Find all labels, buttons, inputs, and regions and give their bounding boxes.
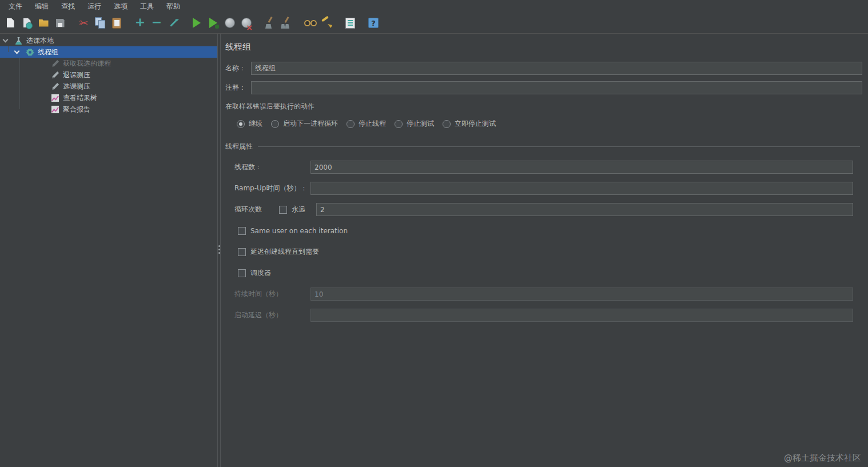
tree-item-listener[interactable]: 查看结果树	[0, 92, 217, 103]
section-divider	[258, 146, 860, 147]
delay-create-checkbox[interactable]	[238, 248, 246, 256]
radio-dot-icon	[271, 120, 279, 128]
function-helper-icon[interactable]	[343, 15, 357, 31]
tree-item-sampler[interactable]: 退课测压	[0, 69, 217, 81]
toolbar-group-function	[343, 15, 359, 31]
tree-item-label: 退课测压	[63, 70, 90, 80]
listener-chart-icon	[50, 105, 59, 114]
menu-edit[interactable]: 编辑	[29, 1, 55, 13]
clear-all-icon[interactable]	[279, 15, 294, 31]
tree-item-sampler-disabled[interactable]: 获取我选的课程	[0, 58, 217, 69]
name-input[interactable]	[251, 62, 862, 75]
tree-item-label: 获取我选的课程	[63, 59, 111, 69]
save-icon[interactable]	[53, 15, 67, 31]
duration-row: 持续时间（秒）	[234, 288, 853, 301]
toolbar-group-edit	[76, 15, 126, 31]
start-no-pauses-icon[interactable]	[206, 15, 221, 31]
radio-stop-test[interactable]: 停止测试	[395, 119, 434, 129]
rampup-input[interactable]	[310, 182, 853, 195]
radio-label: 立即停止测试	[455, 119, 496, 129]
name-label: 名称：	[225, 63, 251, 73]
shutdown-icon[interactable]	[239, 15, 254, 31]
comment-label: 注释：	[225, 83, 251, 93]
loop-count-label: 循环次数	[234, 205, 279, 214]
tree-item-test-plan[interactable]: 选课本地	[0, 35, 217, 46]
threads-label: 线程数：	[234, 162, 310, 172]
jmeter-window: 文件 编辑 查找 运行 选项 工具 帮助	[0, 0, 868, 467]
same-user-checkbox[interactable]	[238, 227, 246, 235]
menu-options[interactable]: 选项	[107, 1, 134, 13]
startup-delay-input[interactable]	[310, 309, 853, 322]
radio-label: 启动下一进程循环	[283, 119, 338, 129]
templates-icon[interactable]	[19, 15, 34, 31]
menu-bar: 文件 编辑 查找 运行 选项 工具 帮助	[0, 0, 868, 13]
toolbar-group-clear	[262, 15, 296, 31]
menu-file[interactable]: 文件	[2, 1, 29, 13]
tree-item-listener[interactable]: 聚合报告	[0, 103, 217, 115]
radio-label: 继续	[249, 119, 262, 129]
start-icon[interactable]	[189, 15, 204, 31]
scheduler-row: 调度器	[238, 266, 853, 280]
chevron-down-icon[interactable]	[3, 37, 9, 42]
radio-stop-test-now[interactable]: 立即停止测试	[443, 119, 496, 129]
thread-group-panel: 线程组 名称： 注释： 在取样器错误后要执行的动作 继续 启动下一进程循环	[221, 34, 868, 467]
name-row: 名称：	[225, 62, 862, 75]
tree-item-label: 查看结果树	[63, 93, 97, 103]
edit-icon[interactable]	[166, 15, 181, 31]
clear-icon[interactable]	[262, 15, 277, 31]
forever-label: 永远	[292, 205, 310, 214]
radio-label: 停止测试	[407, 119, 434, 129]
copy-icon[interactable]	[93, 15, 107, 31]
scheduler-label: 调度器	[250, 268, 271, 278]
forever-checkbox[interactable]	[279, 206, 287, 214]
comment-input[interactable]	[251, 81, 862, 94]
threads-input[interactable]	[310, 161, 853, 174]
listener-chart-icon	[50, 93, 59, 102]
radio-continue[interactable]: 继续	[237, 119, 262, 129]
main-split: 选课本地 线程组 获取我选的课程 退课测压	[0, 34, 868, 467]
loop-count-input[interactable]	[316, 203, 853, 216]
toolbar	[0, 13, 868, 34]
clear-search-icon[interactable]	[319, 15, 334, 31]
rampup-row: Ramp-Up时间（秒）：	[234, 182, 853, 195]
radio-stop-thread[interactable]: 停止线程	[347, 119, 386, 129]
menu-search[interactable]: 查找	[55, 1, 81, 13]
paste-icon[interactable]	[109, 15, 124, 31]
page-title: 线程组	[225, 42, 862, 53]
tree-guide-line	[19, 58, 20, 109]
search-icon[interactable]	[302, 15, 317, 31]
scheduler-checkbox[interactable]	[238, 269, 246, 277]
radio-start-next-loop[interactable]: 启动下一进程循环	[271, 119, 338, 129]
delay-create-label: 延迟创建线程直到需要	[250, 247, 319, 257]
delay-create-row: 延迟创建线程直到需要	[238, 245, 853, 258]
radio-label: 停止线程	[359, 119, 386, 129]
sampler-icon	[50, 70, 59, 79]
menu-run[interactable]: 运行	[81, 1, 107, 13]
menu-help[interactable]: 帮助	[160, 1, 186, 13]
menu-tools[interactable]: 工具	[134, 1, 160, 13]
comment-row: 注释：	[225, 81, 862, 94]
tree-item-label: 选课测压	[63, 82, 90, 91]
error-action-label: 在取样器错误后要执行的动作	[225, 102, 862, 111]
tree-panel: 选课本地 线程组 获取我选的课程 退课测压	[0, 34, 217, 467]
chevron-down-icon[interactable]	[14, 48, 20, 54]
radio-dot-icon	[347, 120, 355, 128]
tree-item-sampler[interactable]: 选课测压	[0, 81, 217, 92]
tree-item-label: 选课本地	[26, 36, 54, 46]
duration-input[interactable]	[310, 288, 853, 301]
loop-count-row: 循环次数 永远	[234, 203, 853, 216]
new-file-icon[interactable]	[3, 15, 18, 31]
stop-icon[interactable]	[222, 15, 237, 31]
tree-item-label: 聚合报告	[63, 105, 90, 114]
help-icon[interactable]	[366, 15, 381, 31]
zoom-out-icon[interactable]	[149, 15, 164, 31]
divider-grip-icon	[218, 245, 220, 247]
toolbar-group-file	[3, 15, 69, 31]
open-icon[interactable]	[36, 15, 51, 31]
sampler-icon	[50, 82, 59, 91]
startup-delay-row: 启动延迟（秒）	[234, 309, 853, 322]
tree-item-thread-group[interactable]: 线程组	[0, 46, 217, 58]
error-action-radio-group: 继续 启动下一进程循环 停止线程 停止测试 立即停止测试	[237, 119, 862, 129]
cut-icon[interactable]	[76, 15, 91, 31]
zoom-in-icon[interactable]	[133, 15, 148, 31]
